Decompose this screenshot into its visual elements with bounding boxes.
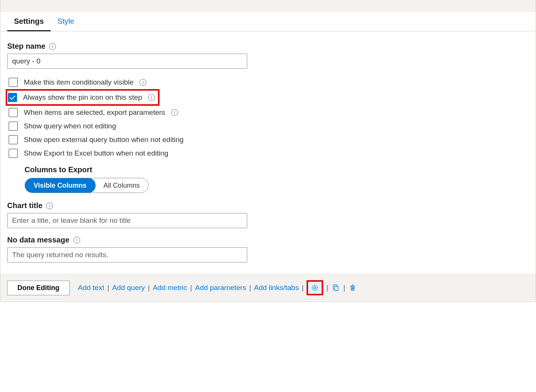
checkbox-show-external-query[interactable]: Show open external query button when not… xyxy=(7,133,529,147)
checkbox-icon[interactable] xyxy=(9,149,18,158)
panel-header-bar xyxy=(0,0,536,12)
checkbox-label: Always show the pin icon on this step xyxy=(23,93,142,102)
info-icon[interactable]: i xyxy=(73,237,80,244)
separator: | xyxy=(299,284,307,292)
info-icon[interactable]: i xyxy=(148,94,155,101)
no-data-message-label-text: No data message xyxy=(7,236,70,244)
gear-icon[interactable] xyxy=(310,283,319,292)
info-icon[interactable]: i xyxy=(171,109,178,116)
checkbox-show-query[interactable]: Show query when not editing xyxy=(7,119,529,133)
checkbox-conditionally-visible[interactable]: Make this item conditionally visible i xyxy=(7,76,529,89)
checkbox-icon[interactable] xyxy=(8,93,17,102)
pill-visible-columns[interactable]: Visible Columns xyxy=(25,178,96,193)
editor-panel: Settings Style Step name i Make this ite… xyxy=(0,0,536,302)
checkbox-label: Show open external query button when not… xyxy=(24,136,184,144)
delete-icon[interactable] xyxy=(348,283,357,292)
pill-all-columns[interactable]: All Columns xyxy=(95,178,148,193)
separator: | xyxy=(323,284,331,292)
columns-to-export-heading: Columns to Export xyxy=(25,165,529,174)
chart-title-input[interactable] xyxy=(7,213,247,228)
checkbox-label: Show Export to Excel button when not edi… xyxy=(24,149,168,157)
separator: | xyxy=(187,284,195,292)
settings-icon-highlight xyxy=(307,280,323,295)
info-icon[interactable]: i xyxy=(139,79,146,86)
info-icon[interactable]: i xyxy=(46,202,53,209)
svg-rect-2 xyxy=(335,287,338,291)
separator: | xyxy=(340,284,348,292)
checkbox-icon[interactable] xyxy=(9,78,18,87)
add-query-link[interactable]: Add query xyxy=(112,284,145,292)
checkbox-icon[interactable] xyxy=(9,108,18,117)
no-data-message-input[interactable] xyxy=(7,247,247,262)
chart-title-label: Chart title i xyxy=(7,201,529,210)
separator: | xyxy=(145,284,153,292)
footer-bar: Done Editing Add text | Add query | Add … xyxy=(0,274,536,301)
checkbox-export-parameters[interactable]: When items are selected, export paramete… xyxy=(7,106,529,119)
step-name-label: Step name i xyxy=(7,42,529,51)
checkbox-list: Make this item conditionally visible i A… xyxy=(7,76,529,193)
step-name-input[interactable] xyxy=(7,54,247,69)
tab-strip: Settings Style xyxy=(0,12,536,31)
svg-point-0 xyxy=(314,287,316,289)
chart-title-field: Chart title i xyxy=(7,201,529,228)
checkbox-always-show-pin[interactable]: Always show the pin icon on this step i xyxy=(6,89,160,106)
checkbox-label: Make this item conditionally visible xyxy=(24,78,133,86)
step-name-label-text: Step name xyxy=(7,42,45,51)
add-metric-link[interactable]: Add metric xyxy=(153,284,187,292)
columns-export-toggle: Visible Columns All Columns xyxy=(25,178,149,193)
no-data-message-field: No data message i xyxy=(7,236,529,262)
copy-icon[interactable] xyxy=(331,283,340,292)
info-icon[interactable]: i xyxy=(49,43,56,50)
checkbox-label: When items are selected, export paramete… xyxy=(24,108,165,117)
separator: | xyxy=(246,284,254,292)
separator: | xyxy=(104,284,112,292)
checkbox-label: Show query when not editing xyxy=(24,122,116,130)
add-parameters-link[interactable]: Add parameters xyxy=(195,284,246,292)
checkbox-show-export-excel[interactable]: Show Export to Excel button when not edi… xyxy=(7,147,529,160)
settings-form: Step name i Make this item conditionally… xyxy=(0,31,536,274)
add-links-tabs-link[interactable]: Add links/tabs xyxy=(254,284,299,292)
no-data-message-label: No data message i xyxy=(7,236,529,244)
tab-style[interactable]: Style xyxy=(51,12,81,31)
checkbox-icon[interactable] xyxy=(9,122,18,131)
columns-to-export-section: Columns to Export Visible Columns All Co… xyxy=(25,165,529,193)
done-editing-button[interactable]: Done Editing xyxy=(7,281,70,295)
chart-title-label-text: Chart title xyxy=(7,201,42,210)
tab-settings[interactable]: Settings xyxy=(7,12,51,31)
checkbox-icon[interactable] xyxy=(9,135,18,144)
add-text-link[interactable]: Add text xyxy=(78,284,104,292)
